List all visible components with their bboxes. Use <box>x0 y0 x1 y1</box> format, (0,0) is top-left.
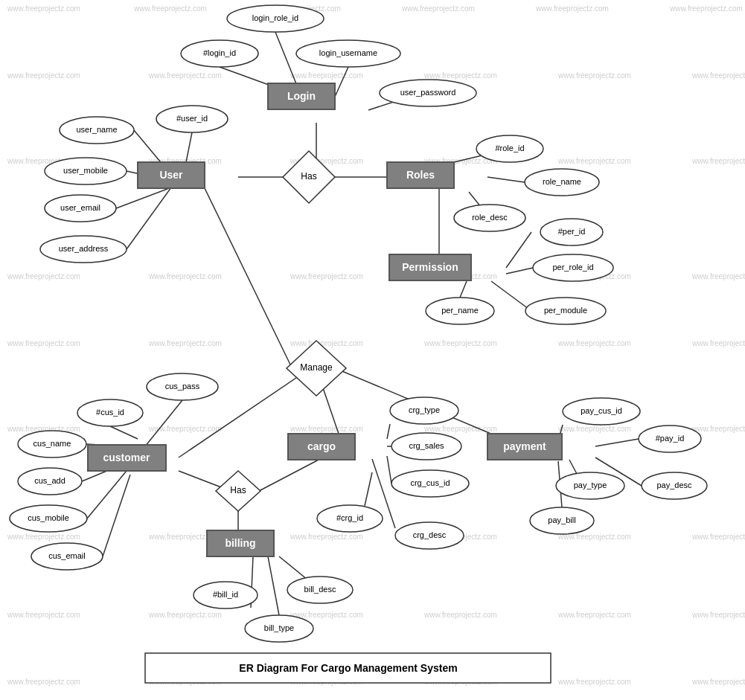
conn-per-name <box>460 281 467 298</box>
attr-crg-sales-label: crg_sales <box>409 441 444 450</box>
attr-pay-cus-id-label: pay_cus_id <box>581 406 622 415</box>
watermark: www.freeprojectz.com <box>7 4 80 13</box>
entity-cargo-label: cargo <box>307 440 336 452</box>
watermark: www.freeprojectz.com <box>691 678 745 686</box>
rel-has1-label: Has <box>301 171 316 182</box>
conn-cus-pass <box>145 400 182 446</box>
conn-bill-type <box>268 556 279 615</box>
conn-user-email <box>116 187 171 208</box>
attr-user-id-label: #user_id <box>176 114 208 123</box>
conn-pay-id <box>595 439 639 446</box>
rel-has2-label: Has <box>230 485 246 495</box>
attr-login-username-label: login_username <box>319 48 377 57</box>
watermark: www.freeprojectz.com <box>423 339 497 347</box>
watermark: www.freeprojectz.com <box>557 157 631 165</box>
conn-crg-type <box>387 424 390 439</box>
attr-login-role-id-label: login_role_id <box>252 13 298 22</box>
watermark: www.freeprojectz.com <box>7 678 80 686</box>
conn-cus-email <box>103 475 130 556</box>
watermark: www.freeprojectz.com <box>7 533 80 541</box>
entity-payment-label: payment <box>503 440 546 452</box>
watermark: www.freeprojectz.com <box>148 339 222 347</box>
attr-role-id-label: #role_id <box>495 144 524 152</box>
conn-per-module <box>491 281 531 311</box>
entity-user-label: User <box>159 169 183 181</box>
attr-pay-id-label: #pay_id <box>656 434 685 443</box>
watermark: www.freeprojectz.com <box>148 611 222 619</box>
conn-has2-cargo <box>259 459 320 491</box>
conn-per-id <box>506 232 531 268</box>
attr-user-password-label: user_password <box>400 88 456 97</box>
watermark: www.freeprojectz.com <box>7 611 80 619</box>
watermark: www.freeprojectz.com <box>148 71 222 80</box>
entity-customer-label: customer <box>103 452 150 463</box>
attr-crg-type-label: crg_type <box>409 405 440 414</box>
attr-user-mobile-label: user_mobile <box>63 166 108 175</box>
conn-user-address <box>127 187 171 249</box>
watermark: www.freeprojectz.com <box>557 71 631 80</box>
conn-cus-id <box>110 426 138 439</box>
watermark: www.freeprojectz.com <box>669 4 743 13</box>
attr-cus-pass-label: cus_pass <box>165 382 200 391</box>
entity-login-label: Login <box>287 90 316 102</box>
attr-crg-desc-label: crg_desc <box>413 530 447 539</box>
watermark: www.freeprojectz.com <box>290 71 363 80</box>
attr-per-role-id-label: per_role_id <box>552 263 593 272</box>
watermark: www.freeprojectz.com <box>557 339 631 347</box>
attr-pay-bill-label: pay_bill <box>548 516 575 524</box>
watermark: www.freeprojectz.com <box>423 71 497 80</box>
attr-bill-type-label: bill_type <box>264 623 294 632</box>
watermark: www.freeprojectz.com <box>290 272 363 280</box>
entity-permission-label: Permission <box>402 261 458 273</box>
attr-cus-add-label: cus_add <box>34 476 65 485</box>
attr-login-id-label: #login_id <box>203 48 236 57</box>
watermark: www.freeprojectz.com <box>691 272 745 280</box>
watermark: www.freeprojectz.com <box>290 425 363 433</box>
watermark: www.freeprojectz.com <box>691 425 745 433</box>
watermark: www.freeprojectz.com <box>691 611 745 619</box>
watermark: www.freeprojectz.com <box>535 4 609 13</box>
attr-bill-id-label: #bill_id <box>213 590 238 599</box>
attr-cus-mobile-label: cus_mobile <box>28 513 69 522</box>
attr-crg-id-label: #crg_id <box>336 513 363 522</box>
attr-user-email-label: user_email <box>60 203 100 212</box>
er-diagram: www.freeprojectz.com www.freeprojectz.co… <box>0 0 745 700</box>
conn-roles-role-name <box>487 177 525 182</box>
diagram-title: ER Diagram For Cargo Management System <box>239 662 457 674</box>
watermark: www.freeprojectz.com <box>401 4 475 13</box>
watermark: www.freeprojectz.com <box>7 339 80 347</box>
watermark: www.freeprojectz.com <box>148 272 222 280</box>
watermark: www.freeprojectz.com <box>7 71 80 80</box>
attr-role-desc-label: role_desc <box>472 213 508 222</box>
attr-cus-id-label: #cus_id <box>96 408 124 417</box>
entity-billing-label: billing <box>225 537 255 549</box>
watermark: www.freeprojectz.com <box>290 339 363 347</box>
conn-crg-id <box>365 472 372 506</box>
watermark: www.freeprojectz.com <box>557 611 631 619</box>
watermark: www.freeprojectz.com <box>691 71 745 80</box>
attr-pay-desc-label: pay_desc <box>656 481 692 489</box>
attr-per-module-label: per_module <box>544 306 587 315</box>
rel-manage-label: Manage <box>300 362 333 373</box>
entity-roles-label: Roles <box>406 169 435 181</box>
attr-per-id-label: #per_id <box>558 227 586 236</box>
watermark: www.freeprojectz.com <box>691 533 745 541</box>
watermark: www.freeprojectz.com <box>423 611 497 619</box>
attr-user-name-label: user_name <box>76 125 117 134</box>
watermark: www.freeprojectz.com <box>557 425 631 433</box>
attr-crg-cus-id-label: crg_cus_id <box>410 478 450 487</box>
attr-user-address-label: user_address <box>59 244 109 253</box>
attr-bill-desc-label: bill_desc <box>304 585 336 594</box>
attr-cus-name-label: cus_name <box>33 439 71 448</box>
watermark: www.freeprojectz.com <box>691 339 745 347</box>
conn-per-role-id <box>506 268 533 274</box>
watermark: www.freeprojectz.com <box>691 157 745 165</box>
conn-crg-cus-id <box>387 456 391 484</box>
attr-pay-type-label: pay_type <box>574 481 607 489</box>
attr-role-name-label: role_name <box>543 177 581 186</box>
watermark: www.freeprojectz.com <box>557 678 631 686</box>
watermark: www.freeprojectz.com <box>7 272 80 280</box>
attr-per-name-label: per_name <box>441 306 479 315</box>
watermark: www.freeprojectz.com <box>133 4 207 13</box>
attr-cus-email-label: cus_email <box>48 551 86 560</box>
